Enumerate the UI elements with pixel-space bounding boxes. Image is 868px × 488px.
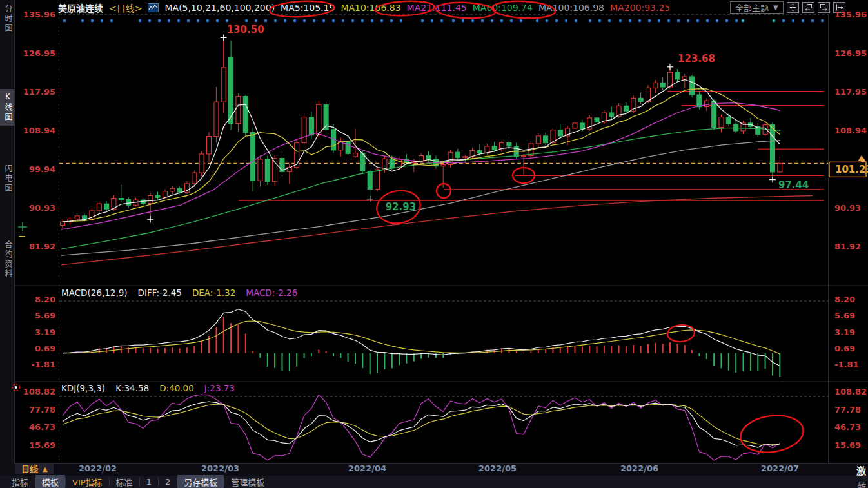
trading-app-window: { "header": { "symbol": "美原油连续", "period… bbox=[0, 0, 868, 488]
kdj-k-value: K:34.58 bbox=[115, 383, 149, 393]
svg-text:99.94: 99.94 bbox=[834, 164, 861, 174]
tab-standard[interactable]: 标准 bbox=[110, 475, 139, 488]
svg-text:101.23: 101.23 bbox=[835, 164, 868, 175]
ma100-value: MA100:106.98 bbox=[538, 3, 604, 13]
macd-diff-value: DIFF:-2.45 bbox=[138, 288, 182, 298]
svg-text:99.94: 99.94 bbox=[29, 164, 55, 174]
svg-text:5.69: 5.69 bbox=[834, 311, 855, 320]
svg-text:15.69: 15.69 bbox=[29, 440, 55, 450]
period-button[interactable]: 日线 ▲ bbox=[15, 464, 54, 474]
svg-text:0.69: 0.69 bbox=[35, 344, 55, 353]
annotation-ellipses bbox=[269, 0, 805, 456]
svg-text:135.96: 135.96 bbox=[23, 10, 55, 19]
svg-text:77.78: 77.78 bbox=[834, 405, 861, 415]
svg-text:117.95: 117.95 bbox=[23, 87, 55, 97]
svg-text:3.19: 3.19 bbox=[834, 327, 855, 337]
ma-settings-label: MA(5,10,21,60,100,200) bbox=[164, 3, 275, 13]
svg-text:77.78: 77.78 bbox=[29, 405, 55, 415]
svg-text:81.92: 81.92 bbox=[29, 242, 55, 251]
svg-text:108.82: 108.82 bbox=[23, 387, 55, 396]
svg-text:-1.81: -1.81 bbox=[32, 360, 55, 369]
svg-text:126.95: 126.95 bbox=[834, 48, 867, 58]
svg-text:8.20: 8.20 bbox=[35, 295, 55, 304]
triangle-up-icon: ▲ bbox=[43, 464, 48, 474]
tab-vip-indicators[interactable]: VIP指标 bbox=[66, 475, 109, 488]
window-controls: 全部主题 ▼ bbox=[730, 1, 845, 14]
truncated-text-bottom: 转 bbox=[858, 479, 866, 488]
theme-selector-label: 全部主题 bbox=[735, 1, 769, 14]
symbol-name: 美原油连续 bbox=[58, 1, 103, 14]
macd-label-row: MACD(26,12,9) DIFF:-2.45 DEA:-1.32 MACD:… bbox=[61, 288, 297, 298]
ma200-value: MA200:93.25 bbox=[610, 3, 670, 13]
svg-text:81.92: 81.92 bbox=[834, 242, 861, 251]
x-axis-strip bbox=[14, 463, 868, 476]
macd-dea-value: DEA:-1.32 bbox=[192, 288, 235, 298]
svg-text:108.94: 108.94 bbox=[23, 126, 55, 135]
svg-text:15.69: 15.69 bbox=[834, 440, 861, 450]
svg-text:126.95: 126.95 bbox=[23, 48, 55, 58]
kdj-label-row: KDJ(9,3,3) K:34.58 D:40.00 J:23.73 bbox=[61, 383, 235, 393]
sidebar-item-time-chart[interactable]: 分时图 bbox=[0, 1, 14, 37]
svg-text:3.19: 3.19 bbox=[35, 327, 55, 337]
ma21-value: MA21:111.45 bbox=[407, 3, 467, 13]
dock-right-icon[interactable] bbox=[818, 2, 830, 13]
tab-slot-1[interactable]: 1 bbox=[140, 476, 158, 487]
tab-save-template[interactable]: 另存模板 bbox=[177, 475, 224, 488]
svg-text:92.93: 92.93 bbox=[386, 201, 416, 213]
kdj-title: KDJ(9,3,3) bbox=[61, 383, 105, 393]
ma5-value: MA5:105.19 bbox=[281, 3, 335, 13]
tab-manage-template[interactable]: 管理模板 bbox=[224, 475, 271, 488]
svg-text:8.20: 8.20 bbox=[834, 295, 855, 304]
move-window-icon[interactable] bbox=[787, 2, 799, 13]
chart-mode-sidebar: 分时图 K线图 闪电图 合约资料 bbox=[0, 0, 15, 488]
chart-canvas: 130.50123.6892.9397.44135.96135.96126.95… bbox=[0, 0, 868, 488]
tab-indicators[interactable]: 指标 bbox=[5, 475, 35, 488]
svg-text:46.73: 46.73 bbox=[834, 422, 861, 432]
kdj-j-value: J:23.73 bbox=[204, 383, 235, 393]
dock-left-icon[interactable] bbox=[802, 2, 814, 13]
period-tag[interactable]: <日线> bbox=[109, 1, 142, 14]
dropdown-arrow-icon: ▼ bbox=[773, 4, 778, 11]
sidebar-item-contract-info[interactable]: 合约资料 bbox=[0, 237, 14, 282]
chart-type-icon[interactable] bbox=[148, 3, 159, 12]
svg-text:117.95: 117.95 bbox=[834, 87, 867, 97]
sidebar-item-kline-chart[interactable]: K线图 bbox=[0, 89, 14, 126]
ma10-value: MA10:106.83 bbox=[340, 3, 400, 13]
svg-text:-1.81: -1.81 bbox=[834, 360, 858, 369]
svg-text:90.93: 90.93 bbox=[29, 203, 55, 213]
tab-slot-2[interactable]: 2 bbox=[159, 476, 177, 487]
svg-text:108.94: 108.94 bbox=[834, 126, 867, 135]
svg-text:0.69: 0.69 bbox=[834, 344, 855, 353]
svg-text:46.73: 46.73 bbox=[29, 422, 55, 432]
pop-out-icon[interactable] bbox=[833, 2, 845, 13]
svg-text:97.44: 97.44 bbox=[778, 179, 809, 191]
kdj-d-value: D:40.00 bbox=[159, 383, 194, 393]
period-button-label: 日线 bbox=[21, 464, 38, 474]
bottom-toolbar: 指标 模板 VIP指标 标准 1 2 另存模板 管理模板 bbox=[0, 476, 868, 488]
svg-text:5.69: 5.69 bbox=[35, 311, 55, 320]
ma60-value: MA60:109.74 bbox=[473, 3, 533, 13]
tab-templates[interactable]: 模板 bbox=[35, 475, 65, 488]
macd-title: MACD(26,12,9) bbox=[61, 288, 128, 298]
sidebar-item-flash-chart[interactable]: 闪电图 bbox=[0, 161, 14, 197]
theme-selector-dropdown[interactable]: 全部主题 ▼ bbox=[730, 1, 784, 14]
svg-text:108.82: 108.82 bbox=[834, 387, 867, 396]
svg-text:130.50: 130.50 bbox=[227, 24, 264, 35]
macd-bar-value: MACD:-2.26 bbox=[246, 288, 297, 298]
svg-text:123.68: 123.68 bbox=[678, 53, 715, 64]
svg-text:90.93: 90.93 bbox=[834, 203, 861, 213]
chart-header: 美原油连续 <日线> MA(5,10,21,60,100,200) MA5:10… bbox=[58, 1, 670, 14]
truncated-text-top: 激 bbox=[856, 464, 866, 477]
